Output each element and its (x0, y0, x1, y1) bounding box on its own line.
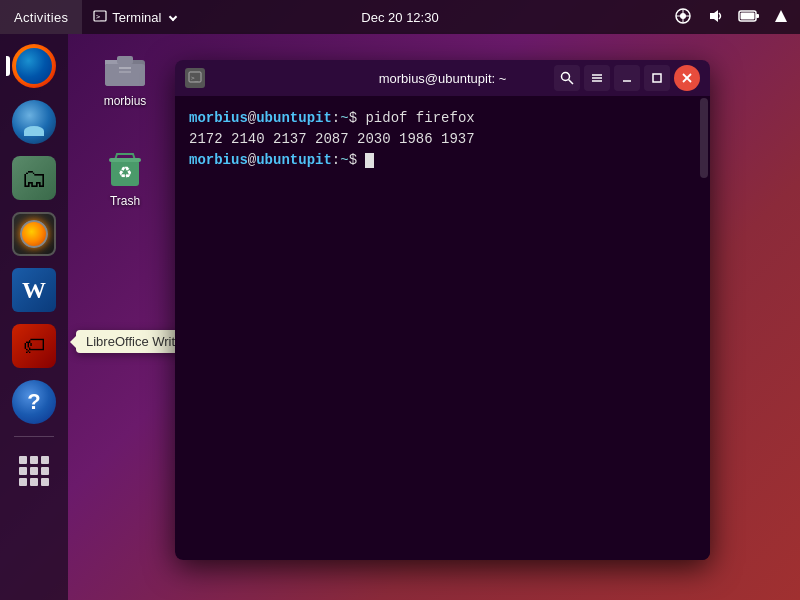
svg-rect-9 (741, 12, 755, 19)
terminal-scrollbar[interactable] (698, 96, 710, 560)
dock-separator (14, 436, 54, 437)
terminal-body: morbius@ubuntupit:~$ pidof firefox 2172 … (175, 96, 710, 560)
terminal-menu-chevron-icon (169, 13, 177, 21)
firefox-icon (12, 44, 56, 88)
svg-rect-27 (653, 74, 661, 82)
help-icon (12, 380, 56, 424)
terminal-menu-icon: >_ (92, 9, 108, 25)
terminal-tab-icon: >_ (185, 68, 205, 88)
files-icon (12, 156, 56, 200)
terminal-minimize-button[interactable] (614, 65, 640, 91)
scrollbar-thumb (700, 98, 708, 178)
terminal-menu-button[interactable] (584, 65, 610, 91)
terminal-close-button[interactable] (674, 65, 700, 91)
topbar-right (670, 5, 800, 30)
activities-button[interactable]: Activities (0, 0, 82, 34)
topbar-datetime: Dec 20 12:30 (361, 10, 438, 25)
dock-item-software-center[interactable] (10, 322, 58, 370)
terminal-titlebar: >_ morbius@ubuntupit: ~ (175, 60, 710, 96)
svg-text:♻: ♻ (118, 164, 132, 181)
svg-rect-13 (117, 56, 133, 64)
desktop-icon-morbius-label: morbius (104, 94, 147, 108)
dock-item-appgrid[interactable] (10, 447, 58, 495)
thunderbird-icon (12, 100, 56, 144)
terminal-line-2: morbius@ubuntupit:~$ (189, 150, 684, 171)
svg-point-21 (562, 73, 570, 81)
dock-item-thunderbird[interactable] (10, 98, 58, 146)
folder-icon (101, 44, 149, 92)
dock-item-libreoffice-writer[interactable] (10, 266, 58, 314)
terminal-output-1: 2172 2140 2137 2087 2030 1986 1937 (189, 129, 684, 150)
prompt-host-2: ubuntupit (256, 152, 332, 168)
terminal-menu-label: Terminal (112, 10, 161, 25)
dock (0, 34, 68, 600)
rhythmbox-icon (12, 212, 56, 256)
terminal-maximize-button[interactable] (644, 65, 670, 91)
svg-line-22 (569, 80, 574, 85)
desktop-icon-trash-label: Trash (110, 194, 140, 208)
svg-marker-6 (710, 10, 718, 22)
terminal-content[interactable]: morbius@ubuntupit:~$ pidof firefox 2172 … (175, 96, 698, 560)
prompt-user-2: morbius (189, 152, 248, 168)
system-menu-icon[interactable] (770, 7, 792, 28)
terminal-window: >_ morbius@ubuntupit: ~ (175, 60, 710, 560)
dock-item-rhythmbox[interactable] (10, 210, 58, 258)
dock-item-files[interactable] (10, 154, 58, 202)
battery-icon[interactable] (734, 5, 764, 30)
volume-icon[interactable] (702, 5, 728, 30)
terminal-cursor (365, 153, 374, 168)
terminal-titlebar-controls (554, 65, 700, 91)
activities-label: Activities (14, 10, 68, 25)
svg-rect-8 (756, 14, 759, 18)
appgrid-icon (12, 449, 56, 493)
terminal-titlebar-left: >_ (185, 68, 205, 88)
terminal-search-button[interactable] (554, 65, 580, 91)
topbar: Activities >_ Terminal Dec 20 12:30 (0, 0, 800, 34)
svg-text:>_: >_ (96, 13, 105, 21)
desktop-icon-trash[interactable]: ♻ Trash (90, 144, 160, 208)
terminal-title: morbius@ubuntupit: ~ (379, 71, 507, 86)
terminal-line-1: morbius@ubuntupit:~$ pidof firefox (189, 108, 684, 129)
trash-icon: ♻ (101, 144, 149, 192)
prompt-host-1: ubuntupit (256, 110, 332, 126)
svg-rect-17 (109, 158, 141, 162)
topbar-left: Activities >_ Terminal (0, 0, 186, 34)
dock-item-firefox[interactable] (10, 42, 58, 90)
desktop-icon-morbius[interactable]: morbius (90, 44, 160, 108)
dock-item-help[interactable] (10, 378, 58, 426)
libreoffice-writer-icon (12, 268, 56, 312)
prompt-user-1: morbius (189, 110, 248, 126)
svg-text:>_: >_ (191, 74, 199, 82)
svg-marker-10 (775, 10, 787, 22)
software-center-icon (12, 324, 56, 368)
network-icon[interactable] (670, 5, 696, 30)
terminal-menu[interactable]: >_ Terminal (82, 0, 186, 34)
